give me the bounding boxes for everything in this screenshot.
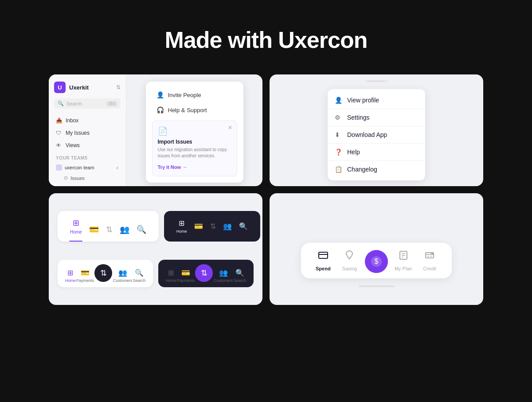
download-icon: ⬇ [335,131,342,138]
tab-fab-lf[interactable]: ⇅ [94,264,112,283]
tab-home-dark1[interactable]: ⊞ Home [173,217,191,235]
search-icon: 🔍 [137,225,146,234]
credit-icon [424,250,435,263]
tab-label: Payments [76,278,94,283]
import-cta[interactable]: Try it Now → [158,164,188,170]
tab-transfer-dark1[interactable]: ⇅ [207,220,219,232]
customers-icon: 👥 [219,269,228,277]
brand-name: Uxerkit [69,84,89,91]
fin-tab-credit[interactable]: Credit [419,250,441,271]
customers-icon: 👥 [120,225,129,234]
avatar-image [365,80,388,82]
sidebar-search[interactable]: 🔍 Search ⌘K [54,98,121,109]
fin-tab-saving[interactable]: Saving [338,250,360,271]
credit-label: Credit [423,266,436,271]
saving-label: Saving [342,266,357,271]
sidebar-item-label: My Issues [66,130,90,136]
help-item[interactable]: ❓ Help [328,144,425,161]
help-support-item[interactable]: 🎧 Help & Support [152,103,237,117]
download-app-item[interactable]: ⬇ Download App [328,126,425,144]
tab-search-light[interactable]: 🔍 [133,223,150,236]
fin-tab-fab[interactable]: $ [365,250,388,271]
tab-underline [69,241,82,242]
invite-people-item[interactable]: 👤 Invite People [152,88,237,102]
fab-button-dark[interactable]: ⇅ [195,264,213,282]
fin-tab-spend[interactable]: Spend [312,250,334,271]
download-label: Download App [347,131,387,138]
tab-payments-lf[interactable]: 💳 Payments [76,269,94,283]
tab-card-dark1[interactable]: 💳 [191,220,207,232]
inbox-icon: 📥 [56,117,62,124]
chevron-icon[interactable]: ⇅ [116,84,121,90]
card-nav-variants: ⊞ Home 💳 ⇅ 👥 🔍 [49,193,262,305]
view-profile-label: View profile [347,97,379,104]
customers-icon: 👥 [118,269,127,277]
headset-icon: 🎧 [156,106,164,113]
tab-search-lf[interactable]: 🔍 Search [133,269,146,283]
tab-label: Customers [214,278,233,283]
tab-fab-df[interactable]: ⇅ [195,264,213,283]
nav-light: ⊞ Home 💳 ⇅ 👥 🔍 [58,211,159,242]
tab-customers-lf[interactable]: 👥 Customers [113,269,133,283]
sidebar-team-left: uxercon team [56,164,94,171]
customers-icon: 👥 [223,222,232,230]
sidebar-item-label: Inbox [66,117,78,124]
settings-item[interactable]: ⚙ Settings [328,109,425,126]
tab-search-df[interactable]: 🔍 Search [234,269,246,283]
sidebar-brand: U Uxerkit ⇅ [54,82,121,93]
fab-button-financial[interactable]: $ [365,250,388,273]
home-icon: ⊞ [67,269,73,277]
svg-rect-3 [319,252,328,258]
tab-card-light[interactable]: 💳 [86,223,102,236]
fin-tab-myplan[interactable]: My Plan [392,250,415,271]
tab-customers-dark1[interactable]: 👥 [219,220,235,232]
myplan-icon [398,250,409,263]
nav-row-2: ⊞ Home 💳 Payments ⇅ 👥 Customers 🔍 Search [58,260,254,287]
financial-nav: Spend Saving $ [301,243,452,278]
search-placeholder: Search [66,101,104,106]
sidebar-item-views[interactable]: 👁 Views [54,140,121,151]
tab-transfer-light[interactable]: ⇅ [102,223,116,236]
changelog-item[interactable]: 📋 Changelog [328,161,425,178]
gear-icon: ⚙ [335,114,342,121]
sidebar-issues-item[interactable]: ⊙ Issues [54,173,121,183]
tab-label: Home [65,278,76,283]
tab-customers-df[interactable]: 👥 Customers [214,269,233,283]
transfer-icon: ⇅ [210,222,216,230]
tab-payments-df[interactable]: 💳 Payments [177,269,195,283]
search-icon: 🔍 [239,222,248,230]
transfer-icon: ⇅ [106,225,113,234]
avatar [365,80,388,82]
spend-label: Spend [316,266,331,271]
svg-point-0 [365,80,388,82]
nav-dark-fab: ⊞ Home 💳 Payments ⇅ 👥 Customers 🔍 Search [158,260,254,287]
settings-label: Settings [347,114,370,121]
view-profile-item[interactable]: 👤 View profile [328,92,425,109]
dropdown-panel: 👤 Invite People 🎧 Help & Support ✕ 📄 Imp… [146,82,243,183]
home-icon: ⊞ [168,269,174,277]
saving-icon [344,250,355,263]
person-icon: 👤 [335,97,342,104]
search-icon: 🔍 [235,269,244,277]
import-card: ✕ 📄 Import Issues Use our migration assi… [152,121,237,176]
sidebar-panel: U Uxerkit ⇅ 🔍 Search ⌘K 📥 Inbox 🛡 My I [49,74,126,186]
profile-menu: 👤 View profile ⚙ Settings ⬇ Download App… [328,89,425,180]
fab-button[interactable]: ⇅ [94,264,112,282]
brand-left: U Uxerkit [54,82,89,93]
import-title: Import Issues [158,139,231,145]
card4-content: Spend Saving $ [270,193,483,292]
tab-home-df[interactable]: ⊞ Home [166,269,176,283]
sidebar-team-item[interactable]: uxercon team ∧ [54,162,121,173]
tab-home-label: Home [176,229,187,234]
search-shortcut: ⌘K [107,101,117,106]
tab-home-lf[interactable]: ⊞ Home [65,269,76,283]
sidebar-item-inbox[interactable]: 📥 Inbox [54,115,121,126]
close-icon[interactable]: ✕ [228,125,232,131]
tab-home-light[interactable]: ⊞ Home [66,216,86,236]
help-icon: ❓ [335,148,342,156]
tab-label: Payments [177,278,195,283]
shield-icon: 🛡 [56,130,62,136]
tab-search-dark1[interactable]: 🔍 [235,220,251,232]
sidebar-item-myissues[interactable]: 🛡 My Issues [54,127,121,139]
tab-customers-light[interactable]: 👥 [116,223,133,236]
